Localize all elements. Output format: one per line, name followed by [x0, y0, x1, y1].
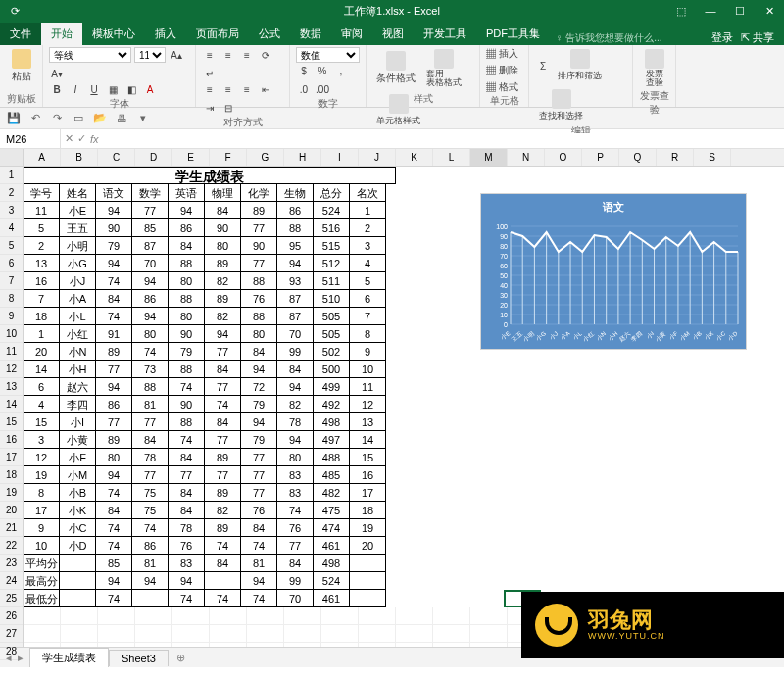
qat-save-button[interactable]: 💾	[6, 111, 22, 126]
border-button[interactable]: ▦	[105, 81, 121, 97]
align-top-button[interactable]: ≡	[202, 47, 218, 63]
indent-dec-button[interactable]: ⇤	[258, 81, 273, 97]
sheet-nav-last[interactable]: ▸	[16, 652, 25, 664]
inc-decimal-button[interactable]: .0	[296, 81, 312, 97]
underline-button[interactable]: U	[86, 81, 102, 97]
signin-link[interactable]: 登录	[711, 30, 733, 45]
embedded-chart[interactable]: 语文 0102030405060708090100小E王五小明小G小J小A小L小…	[480, 193, 747, 350]
tab-formulas[interactable]: 公式	[249, 23, 290, 45]
percent-button[interactable]: %	[315, 63, 330, 78]
svg-text:小红: 小红	[582, 330, 595, 342]
merge-button[interactable]: ⊟	[220, 100, 236, 116]
row-headers[interactable]: 1234567891011121314151617181920212223242…	[0, 149, 24, 647]
align-left-button[interactable]: ≡	[202, 81, 218, 97]
close-button[interactable]: ✕	[755, 0, 784, 22]
svg-text:30: 30	[500, 292, 508, 299]
delete-cells-button[interactable]: ▦ 删除	[486, 64, 518, 77]
watermark-url: WWW.YUTU.CN	[588, 631, 665, 641]
chart-plot-area: 0102030405060708090100小E王五小明小G小J小A小L小红小N…	[481, 217, 748, 350]
tab-pdf[interactable]: PDF工具集	[476, 23, 550, 45]
minimize-button[interactable]: —	[696, 0, 725, 22]
decrease-font-button[interactable]: A▾	[49, 66, 65, 81]
tab-insert[interactable]: 插入	[145, 23, 186, 45]
svg-text:小A: 小A	[560, 330, 571, 341]
svg-text:赵六: 赵六	[617, 329, 631, 342]
number-format-select[interactable]: 数值	[296, 47, 360, 63]
group-align-label: 对齐方式	[202, 116, 283, 129]
indent-inc-button[interactable]: ⇥	[202, 100, 218, 116]
enter-formula-icon[interactable]: ✓	[77, 132, 86, 145]
comma-button[interactable]: ,	[333, 63, 349, 78]
fx-icon[interactable]: fx	[90, 133, 99, 145]
add-sheet-button[interactable]: ⊕	[169, 652, 193, 664]
wrap-text-button[interactable]: ↵	[202, 66, 218, 81]
qat-more-button[interactable]: ▾	[135, 111, 151, 126]
formula-input[interactable]	[103, 133, 784, 145]
column-headers[interactable]: ABCDEFGHIJKLMNOPQRS	[24, 149, 784, 167]
name-box[interactable]: M26	[0, 129, 61, 148]
orientation-button[interactable]: ⟳	[258, 47, 273, 63]
tab-data[interactable]: 数据	[290, 23, 331, 45]
bold-button[interactable]: B	[49, 81, 65, 97]
group-cells-label: 单元格	[486, 94, 522, 108]
svg-text:20: 20	[500, 302, 508, 309]
qat-new-button[interactable]: ▭	[71, 111, 86, 126]
svg-text:小L: 小L	[572, 330, 584, 341]
watermark-name: 羽兔网	[588, 609, 665, 631]
dec-decimal-button[interactable]: .00	[315, 81, 330, 97]
align-right-button[interactable]: ≡	[239, 81, 255, 97]
font-name-select[interactable]: 等线	[49, 47, 131, 63]
svg-text:小明: 小明	[522, 330, 535, 342]
sheet-tab-1[interactable]: Sheet3	[109, 650, 169, 666]
align-center-button[interactable]: ≡	[220, 81, 236, 97]
qat-undo-button[interactable]: ↶	[27, 111, 43, 126]
ribbon-tabs: 文件 开始 模板中心 插入 页面布局 公式 数据 审阅 视图 开发工具 PDF工…	[0, 22, 784, 45]
maximize-button[interactable]: ☐	[725, 0, 755, 22]
tab-file[interactable]: 文件	[0, 23, 41, 45]
sheet-nav-first[interactable]: ◂	[4, 652, 14, 664]
svg-text:王五: 王五	[511, 330, 523, 342]
autosave-icon: ⟳	[6, 2, 24, 20]
tell-me-input[interactable]: ♀ 告诉我您想要做什么...	[550, 31, 668, 45]
tab-developer[interactable]: 开发工具	[414, 23, 476, 45]
autosum-button[interactable]: Σ	[535, 58, 551, 73]
sort-filter-button[interactable]: 排序和筛选	[554, 47, 606, 84]
svg-text:小G: 小G	[535, 330, 547, 342]
svg-text:70: 70	[500, 253, 508, 260]
invoice-button[interactable]: 发票 查验	[639, 47, 669, 89]
table-format-button[interactable]: 套用 表格格式	[422, 47, 466, 89]
currency-button[interactable]: $	[296, 63, 312, 78]
italic-button[interactable]: I	[68, 81, 83, 97]
font-size-select[interactable]: 11	[134, 47, 166, 63]
qat-open-button[interactable]: 📂	[92, 111, 108, 126]
svg-text:小黄: 小黄	[654, 330, 666, 342]
svg-text:小E: 小E	[500, 330, 512, 341]
tab-template[interactable]: 模板中心	[82, 23, 145, 45]
font-color-button[interactable]: A	[142, 81, 158, 97]
insert-cells-button[interactable]: ▦ 插入	[486, 47, 518, 61]
paste-button[interactable]: 粘贴	[6, 47, 36, 85]
format-cells-button[interactable]: ▦ 格式	[486, 80, 518, 94]
find-select-button[interactable]: 查找和选择	[535, 87, 587, 124]
sheet-tab-active[interactable]: 学生成绩表	[29, 648, 109, 667]
tab-view[interactable]: 视图	[372, 23, 414, 45]
svg-text:小N: 小N	[596, 330, 608, 341]
tab-review[interactable]: 审阅	[331, 23, 372, 45]
ribbon-options-button[interactable]: ⬚	[666, 0, 696, 22]
share-button[interactable]: ⇱ 共享	[741, 30, 774, 45]
tab-layout[interactable]: 页面布局	[186, 23, 249, 45]
fill-color-button[interactable]: ◧	[123, 81, 139, 97]
spreadsheet-grid[interactable]: 1234567891011121314151617181920212223242…	[0, 149, 784, 647]
select-all-corner[interactable]	[0, 149, 23, 167]
tab-home[interactable]: 开始	[41, 23, 82, 45]
ribbon: 粘贴 剪贴板 等线 11 A▴ A▾ B I U ▦ ◧ A 字体 ≡ ≡ ≡ …	[0, 45, 784, 108]
increase-font-button[interactable]: A▴	[169, 47, 184, 63]
svg-text:小B: 小B	[691, 330, 703, 341]
group-styles-label: 样式	[372, 92, 473, 106]
qat-redo-button[interactable]: ↷	[49, 111, 65, 126]
qat-print-button[interactable]: 🖶	[114, 111, 129, 126]
conditional-format-button[interactable]: 条件格式	[372, 49, 419, 87]
align-bottom-button[interactable]: ≡	[239, 47, 255, 63]
cancel-formula-icon[interactable]: ✕	[65, 132, 74, 145]
align-middle-button[interactable]: ≡	[220, 47, 236, 63]
